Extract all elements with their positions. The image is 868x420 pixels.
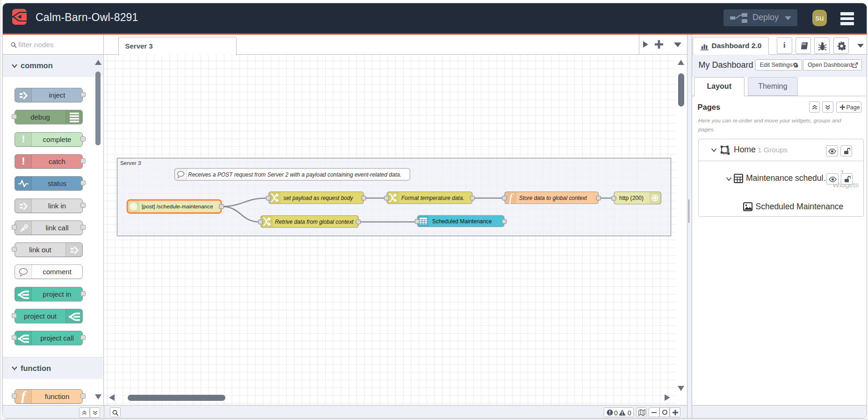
- svg-text:Store data to global context: Store data to global context: [519, 195, 587, 201]
- svg-text:http (200): http (200): [619, 195, 643, 201]
- svg-text:Server 3: Server 3: [120, 160, 141, 166]
- svg-text:set payload as request body: set payload as request body: [283, 195, 354, 201]
- svg-text:Format temperature data.: Format temperature data.: [401, 195, 464, 201]
- svg-text:[post] /schedule-maintenance: [post] /schedule-maintenance: [142, 203, 213, 209]
- svg-text:Receives a POST request from S: Receives a POST request from Server 2 wi…: [188, 171, 401, 178]
- svg-text:Scheduled Maintenance: Scheduled Maintenance: [432, 218, 492, 225]
- svg-text:Retrive data from global conte: Retrive data from global context: [275, 219, 354, 225]
